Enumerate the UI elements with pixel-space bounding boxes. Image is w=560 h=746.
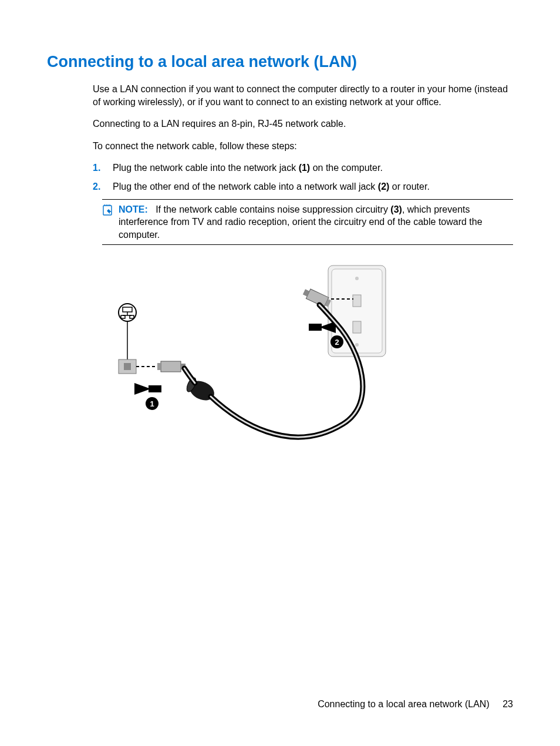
intro-paragraph-2: Connecting to a LAN requires an 8-pin, R… <box>93 117 513 130</box>
svg-point-3 <box>355 277 359 280</box>
svg-marker-28 <box>134 383 151 395</box>
svg-rect-6 <box>353 321 361 333</box>
footer-page-number: 23 <box>502 699 513 709</box>
svg-rect-29 <box>149 385 161 392</box>
footer-title: Connecting to a local area network (LAN) <box>318 699 490 709</box>
step-text: Plug the network cable into the network … <box>113 162 383 174</box>
svg-text:1: 1 <box>150 399 154 408</box>
page-footer: Connecting to a local area network (LAN)… <box>318 699 513 710</box>
steps-list: 1. Plug the network cable into the netwo… <box>93 162 513 193</box>
note-callout: NOTE: If the network cable contains nois… <box>102 199 513 246</box>
svg-rect-5 <box>353 295 361 307</box>
step-number: 1. <box>93 162 113 174</box>
lan-cable-diagram: 2 <box>102 263 396 451</box>
svg-text:2: 2 <box>335 338 339 347</box>
svg-rect-25 <box>161 361 181 372</box>
list-item: 1. Plug the network cable into the netwo… <box>93 162 513 174</box>
svg-rect-12 <box>309 324 322 331</box>
note-icon <box>102 204 114 220</box>
intro-paragraph-3: To connect the network cable, follow the… <box>93 140 513 153</box>
step-text: Plug the other end of the network cable … <box>113 180 430 193</box>
note-text: NOTE: If the network cable contains nois… <box>119 203 513 241</box>
page-title: Connecting to a local area network (LAN) <box>47 53 513 71</box>
step-number: 2. <box>93 180 113 193</box>
svg-point-4 <box>355 343 359 347</box>
list-item: 2. Plug the other end of the network cab… <box>93 180 513 193</box>
svg-rect-27 <box>157 363 161 370</box>
intro-paragraph-1: Use a LAN connection if you want to conn… <box>93 83 513 108</box>
svg-rect-23 <box>124 363 131 370</box>
